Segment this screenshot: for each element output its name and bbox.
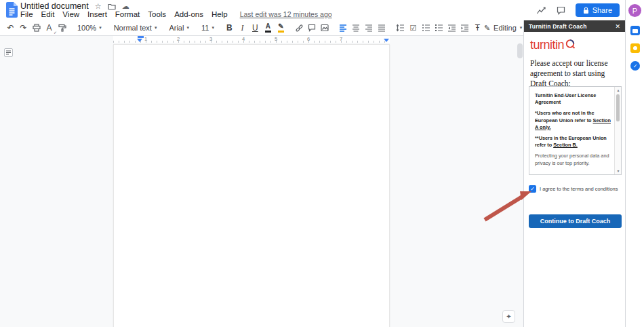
add-comment-button[interactable] xyxy=(306,22,319,35)
last-edit-link[interactable]: Last edit was 12 minutes ago xyxy=(240,10,332,18)
editing-mode-select[interactable]: ✎ Editing ▾ xyxy=(484,24,522,33)
document-page[interactable] xyxy=(113,44,390,327)
license-p1-text: *Users who are not in the European Union… xyxy=(535,110,595,123)
ruler: 1 2 3 4 5 6 7 xyxy=(0,36,523,43)
right-indent-marker[interactable] xyxy=(384,39,389,42)
left-indent-marker[interactable] xyxy=(137,39,142,42)
spellcheck-a-icon: A xyxy=(46,23,52,33)
underline-button[interactable]: U xyxy=(249,22,262,35)
zoom-select[interactable]: 100% ▾ xyxy=(74,24,105,32)
menu-addons[interactable]: Add-ons xyxy=(170,10,207,18)
calendar-icon[interactable] xyxy=(630,26,640,35)
highlight-icon: ✎ xyxy=(278,23,284,33)
highlight-color-button[interactable]: ✎ xyxy=(275,22,287,35)
scroll-up-icon[interactable]: ▲ xyxy=(616,88,621,92)
font-size-value: 11 xyxy=(201,24,209,32)
font-size-select[interactable]: 11 ▾ xyxy=(198,24,218,32)
text-color-button[interactable]: A xyxy=(262,22,275,35)
continue-button[interactable]: Continue to Draft Coach xyxy=(529,214,622,228)
ruler-mark: 3 xyxy=(209,36,212,42)
document-title[interactable]: Untitled document xyxy=(20,1,89,11)
turnitin-logo-icon xyxy=(565,39,576,49)
print-icon xyxy=(33,24,41,32)
vertical-scrollbar[interactable] xyxy=(517,43,523,58)
italic-button[interactable]: I xyxy=(236,22,249,35)
insert-image-button[interactable] xyxy=(319,22,331,35)
paint-roller-icon xyxy=(58,24,66,32)
ruler-mark: 4 xyxy=(242,36,245,42)
agree-checkbox[interactable]: ✓ xyxy=(529,185,536,193)
menu-insert[interactable]: Insert xyxy=(83,10,111,18)
license-text: Turnitin End-User License Agreement *Use… xyxy=(529,87,614,174)
license-agreement-box[interactable]: Turnitin End-User License Agreement *Use… xyxy=(529,86,622,175)
section-b-link[interactable]: Section B. xyxy=(553,142,578,148)
license-scrollbar[interactable]: ▲ ▼ xyxy=(614,87,621,174)
justify-button[interactable] xyxy=(376,22,388,35)
numbered-list-button[interactable] xyxy=(432,22,445,35)
clear-formatting-button[interactable]: Ŧ xyxy=(471,22,484,35)
menu-view[interactable]: View xyxy=(58,10,83,18)
line-spacing-button[interactable] xyxy=(394,22,407,35)
star-icon[interactable]: ☆ xyxy=(95,3,102,10)
print-button[interactable] xyxy=(30,22,43,35)
styles-value: Normal text xyxy=(114,24,152,32)
mode-label: Editing xyxy=(494,24,517,32)
close-icon[interactable]: ✕ xyxy=(615,23,620,30)
styles-select[interactable]: Normal text ▾ xyxy=(110,24,161,32)
document-canvas: ✦ xyxy=(0,43,523,327)
document-outline-icon[interactable] xyxy=(4,48,13,57)
spell-check-button[interactable]: A ✓ xyxy=(43,22,56,35)
cloud-status-icon: ☁ xyxy=(122,3,129,10)
increase-indent-icon xyxy=(460,24,469,32)
chevron-down-icon: ▾ xyxy=(520,25,523,31)
menu-format[interactable]: Format xyxy=(111,10,144,18)
align-left-button[interactable] xyxy=(337,22,350,35)
turnitin-sidebar: Turnitin Draft Coach ✕ turnitin Please a… xyxy=(523,20,625,327)
align-center-button[interactable] xyxy=(350,22,363,35)
keep-icon[interactable] xyxy=(630,43,640,53)
license-paragraph-2: **Users in the European Union refer to S… xyxy=(535,135,612,149)
decrease-indent-button[interactable] xyxy=(445,22,458,35)
comments-icon[interactable] xyxy=(557,6,565,15)
license-scrollbar-thumb[interactable] xyxy=(616,94,620,121)
redo-button[interactable]: ↷ xyxy=(17,22,30,35)
license-paragraph-3: Protecting your personal data and privac… xyxy=(535,153,612,166)
ruler-mark: 7 xyxy=(340,36,342,42)
align-center-icon xyxy=(352,24,360,32)
checkmark-icon: ✓ xyxy=(530,186,535,192)
bold-button[interactable]: B xyxy=(223,22,236,35)
avatar[interactable]: P xyxy=(628,4,641,17)
checklist-button[interactable]: ☑ xyxy=(407,22,420,35)
increase-indent-button[interactable] xyxy=(458,22,471,35)
bulleted-list-button[interactable] xyxy=(420,22,432,35)
undo-button[interactable]: ↶ xyxy=(4,22,17,35)
menu-tools[interactable]: Tools xyxy=(144,10,170,18)
paint-format-button[interactable] xyxy=(56,22,68,35)
turnitin-logo: turnitin xyxy=(530,39,576,51)
license-title: Turnitin End-User License Agreement xyxy=(535,92,612,106)
align-left-icon xyxy=(339,24,347,32)
explore-icon: ✦ xyxy=(506,313,511,320)
move-folder-icon[interactable] xyxy=(108,3,116,10)
avatar-letter: P xyxy=(632,7,637,15)
license-paragraph-1: *Users who are not in the European Union… xyxy=(535,110,612,131)
align-right-button[interactable] xyxy=(363,22,376,35)
explore-button[interactable]: ✦ xyxy=(502,310,515,323)
tasks-icon[interactable]: ✓ xyxy=(630,61,640,71)
align-right-icon xyxy=(365,24,373,32)
zoom-value: 100% xyxy=(77,24,96,32)
menu-edit[interactable]: Edit xyxy=(37,10,59,18)
scroll-down-icon[interactable]: ▼ xyxy=(616,169,621,173)
chevron-down-icon: ▾ xyxy=(212,25,214,31)
font-select[interactable]: Arial ▾ xyxy=(165,24,193,32)
menu-file[interactable]: File xyxy=(16,10,37,18)
insert-link-button[interactable] xyxy=(293,22,306,35)
lock-icon xyxy=(583,7,589,14)
menu-help[interactable]: Help xyxy=(207,10,232,18)
keep-icon-bulb xyxy=(633,46,637,50)
tasks-check-icon: ✓ xyxy=(633,63,638,69)
insights-icon[interactable] xyxy=(536,5,546,15)
first-line-indent-marker[interactable] xyxy=(138,36,144,38)
share-button[interactable]: Share xyxy=(576,3,620,17)
share-label: Share xyxy=(592,6,612,14)
